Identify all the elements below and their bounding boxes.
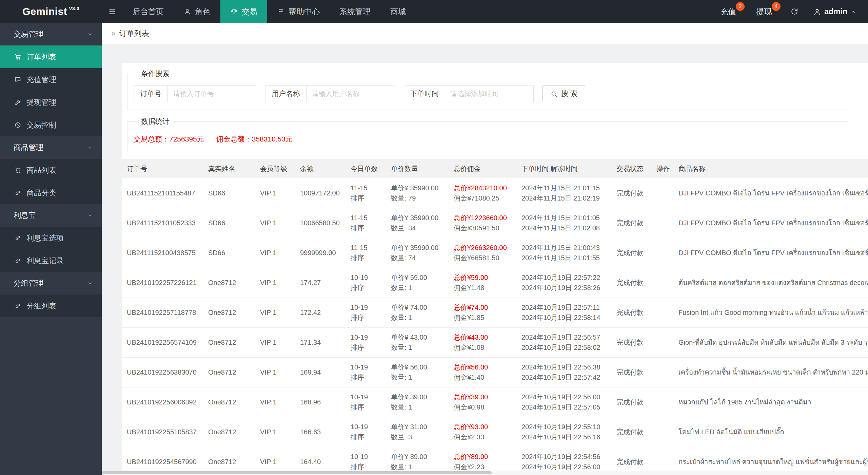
topbar: Geminist V3.0 ≡ 后台首页角色交易帮助中心系统管理商城 充值2提现… — [0, 0, 868, 23]
sidebar-group-label: 交易管理 — [14, 29, 43, 39]
breadcrumb-marker: » — [111, 29, 116, 38]
cell-price-qty: 单价¥ 74.00数量: 1 — [386, 298, 449, 327]
sidebar-item-2-1[interactable]: 利息宝记录 — [0, 249, 102, 272]
cell-times: 2024年11月15日 21:00:432024年11月15日 21:01:55 — [517, 238, 612, 268]
filter-group-0: 订单号 — [134, 85, 256, 102]
cell-status: 完成付款 — [612, 387, 652, 417]
cell-balance: 169.94 — [295, 357, 346, 387]
table-row-8: UB2410192255105837One8712VIP 1166.6310-1… — [122, 417, 868, 447]
cell-day-count: 10-19排序 — [346, 417, 386, 447]
cell-balance: 9999999.00 — [295, 238, 346, 268]
cell-day-count: 10-19排序 — [346, 298, 386, 327]
search-fieldset: 条件搜索 订单号用户名称下单时间 搜 索 — [127, 69, 848, 110]
cell-real-name: One8712 — [203, 357, 255, 387]
unfreeze-time: 2024年10月19日 22:56:16 — [521, 432, 607, 442]
sidebar-item-2-0[interactable]: 利息宝选项 — [0, 227, 102, 249]
cell-real-name: One8712 — [203, 387, 255, 417]
cell-product: ต้นคริสต์มาส ดอกคริสต์มาส ของแต่งคริสต์ม… — [674, 268, 868, 298]
cell-price-qty: 单价¥ 31.00数量: 3 — [386, 417, 449, 447]
username: admin — [824, 7, 847, 16]
cell-order-no: UB2410192256383070 — [122, 357, 203, 387]
total-price: 总价¥93.00 — [454, 422, 512, 432]
sort-label: 排序 — [351, 312, 381, 323]
sort-label: 排序 — [351, 432, 381, 442]
cell-status: 完成付款 — [612, 327, 652, 357]
cell-actions — [652, 298, 674, 327]
user-menu[interactable]: admin — [807, 0, 868, 23]
notification-badge: 4 — [772, 2, 781, 11]
cell-level: VIP 1 — [255, 178, 295, 208]
topnav-item-label: 后台首页 — [133, 6, 164, 17]
day-value: 10-19 — [351, 272, 381, 283]
column-header-9: 操作 — [652, 159, 674, 178]
cell-order-no: UB2411152100438575 — [122, 238, 203, 268]
quantity: 数量: 1 — [391, 283, 444, 293]
cell-level: VIP 1 — [255, 238, 295, 268]
cell-status: 完成付款 — [612, 268, 652, 298]
cell-balance: 174.27 — [295, 268, 346, 298]
order-time: 2024年10月19日 22:57:11 — [521, 302, 607, 312]
chevron-down-icon — [87, 145, 93, 151]
horizontal-scrollbar-thumb[interactable] — [102, 471, 492, 474]
topnav-item-0[interactable]: 后台首页 — [123, 0, 174, 23]
sidebar-item-0-3[interactable]: 交易控制 — [0, 114, 102, 136]
quick-action-1[interactable]: 提现4 — [746, 0, 782, 23]
order-time: 2024年11月15日 21:00:43 — [521, 243, 607, 253]
total-price: 总价¥43.00 — [454, 332, 512, 342]
cell-actions — [652, 178, 674, 208]
cell-price-qty: 单价¥ 35990.00数量: 79 — [386, 178, 449, 208]
sidebar-group-1[interactable]: 商品管理 — [0, 136, 102, 159]
filter-input-1[interactable] — [306, 85, 395, 102]
cell-actions — [652, 357, 674, 387]
sidebar-toggle-button[interactable]: ≡ — [102, 0, 123, 23]
cell-product: DJI FPV COMBO ดีเจไอ โดรน FPV เครื่องแรก… — [674, 208, 868, 238]
search-button[interactable]: 搜 索 — [542, 85, 585, 102]
refresh-button[interactable] — [782, 0, 807, 23]
column-header-3: 余额 — [295, 159, 346, 178]
topnav-item-2[interactable]: 交易 — [220, 0, 267, 23]
sidebar-item-label: 分组列表 — [26, 301, 56, 311]
sidebar-item-label: 商品列表 — [26, 165, 56, 175]
wrench-icon — [14, 99, 21, 106]
day-value: 11-15 — [351, 183, 381, 193]
cell-times: 2024年10月19日 22:56:572024年10月19日 22:58:02 — [517, 327, 612, 357]
table-row-6: UB2410192256383070One8712VIP 1169.9410-1… — [122, 357, 868, 387]
commission: 佣金¥30591.50 — [454, 223, 512, 233]
cell-order-no: UB2410192257226121 — [122, 268, 203, 298]
topnav-item-3[interactable]: 帮助中心 — [267, 0, 330, 23]
topnav-item-5[interactable]: 商城 — [380, 0, 416, 23]
link-icon — [14, 189, 21, 196]
commission: 佣金¥1.08 — [454, 342, 512, 353]
unfreeze-time: 2024年10月19日 22:58:26 — [521, 283, 607, 293]
sidebar-item-1-0[interactable]: 商品列表 — [0, 159, 102, 182]
filter-input-0[interactable] — [167, 85, 256, 102]
sidebar-item-3-0[interactable]: 分组列表 — [0, 294, 102, 317]
sidebar-item-0-2[interactable]: 提现管理 — [0, 91, 102, 114]
sidebar-group-0[interactable]: 交易管理 — [0, 23, 102, 45]
quantity: 数量: 3 — [391, 432, 444, 442]
filter-input-2[interactable] — [445, 85, 534, 102]
cell-day-count: 11-15排序 — [346, 208, 386, 238]
sort-label: 排序 — [351, 342, 381, 353]
quick-action-0[interactable]: 充值2 — [710, 0, 746, 23]
sidebar-item-0-0[interactable]: 订单列表 — [0, 45, 102, 68]
sidebar-item-0-1[interactable]: 充值管理 — [0, 68, 102, 91]
link-icon — [14, 234, 21, 242]
refresh-icon — [790, 7, 799, 16]
topnav-item-label: 角色 — [195, 6, 211, 17]
total-price: 总价¥56.00 — [454, 362, 512, 372]
user-icon — [813, 8, 821, 16]
cell-total-commission: 总价¥2843210.00佣金¥71080.25 — [449, 178, 517, 208]
sidebar-group-3[interactable]: 分组管理 — [0, 272, 102, 294]
sidebar-group-2[interactable]: 利息宝 — [0, 204, 102, 227]
sidebar-item-label: 利息宝记录 — [26, 256, 64, 266]
topnav-item-1[interactable]: 角色 — [174, 0, 220, 23]
day-value: 10-19 — [351, 452, 381, 462]
sidebar-item-1-1[interactable]: 商品分类 — [0, 182, 102, 204]
chevron-down-icon — [87, 280, 93, 286]
unfreeze-time: 2024年10月19日 22:57:05 — [521, 402, 607, 412]
topnav-item-4[interactable]: 系统管理 — [330, 0, 380, 23]
day-value: 11-15 — [351, 213, 381, 223]
horizontal-scrollbar[interactable] — [102, 471, 868, 475]
day-value: 10-19 — [351, 332, 381, 342]
